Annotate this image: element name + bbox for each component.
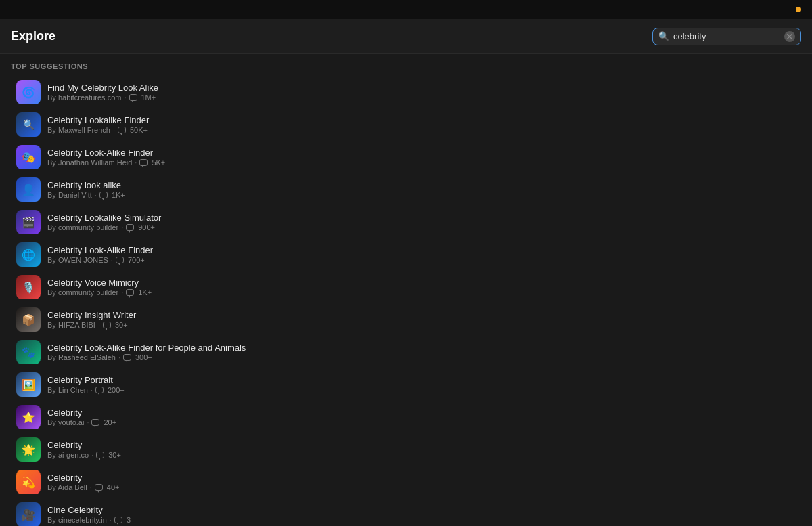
item-count: 700+ [128, 256, 145, 264]
page-title: Explore [11, 29, 55, 43]
item-meta: By community builder·1K+ [47, 288, 152, 297]
avatar: 🎥 [16, 502, 41, 526]
avatar: 🔍 [16, 112, 41, 137]
item-title: Celebrity Look-Alike Finder for People a… [47, 343, 246, 353]
title-bar [0, 0, 812, 19]
item-title: Celebrity [47, 408, 116, 418]
item-title: Celebrity Look-Alike Finder [47, 148, 165, 158]
list-item[interactable]: 💫CelebrityBy Aida Bell·40+ [11, 466, 801, 498]
item-count: 20+ [104, 418, 116, 426]
item-author: By Daniel Vitt [47, 191, 92, 199]
search-icon: 🔍 [658, 31, 669, 41]
header: Explore 🔍 ✕ [0, 19, 812, 54]
avatar: 🖼️ [16, 372, 41, 397]
search-box[interactable]: 🔍 ✕ [652, 28, 801, 45]
list-item[interactable]: 🌀Find My Celebrity Look AlikeBy habitcre… [11, 76, 801, 108]
item-count: 30+ [108, 451, 121, 459]
item-meta: By Daniel Vitt·1K+ [47, 191, 125, 199]
item-count: 1M+ [141, 93, 156, 102]
list-item[interactable]: 🌟CelebrityBy ai-gen.co·30+ [11, 433, 801, 466]
list-item[interactable]: 🎙️Celebrity Voice MimicryBy community bu… [11, 271, 801, 303]
avatar: 🐾 [16, 340, 41, 364]
item-author: By community builder [47, 288, 118, 297]
item-author: By Aida Bell [47, 483, 87, 491]
avatar: 🌐 [16, 242, 41, 267]
item-meta: By Maxwell French·50K+ [47, 126, 149, 134]
item-meta: By Lin Chen·200+ [47, 386, 125, 394]
item-author: By youto.ai [47, 418, 84, 426]
chat-icon [91, 419, 99, 426]
item-count: 300+ [135, 353, 152, 361]
list-item[interactable]: 🔍Celebrity Lookalike FinderBy Maxwell Fr… [11, 108, 801, 141]
item-count: 900+ [138, 223, 155, 232]
item-title: Cine Celebrity [47, 505, 131, 515]
chat-icon [126, 224, 134, 231]
item-title: Celebrity Voice Mimicry [47, 278, 152, 288]
item-count: 3 [127, 516, 131, 524]
item-meta: By Jonathan William Heid·5K+ [47, 158, 165, 167]
item-count: 1K+ [138, 288, 152, 297]
item-meta: By ai-gen.co·30+ [47, 451, 121, 459]
item-title: Celebrity look alike [47, 180, 125, 190]
list-item[interactable]: 🐾Celebrity Look-Alike Finder for People … [11, 336, 801, 368]
main-content: Top Suggestions 🌀Find My Celebrity Look … [0, 54, 812, 526]
list-item[interactable]: 🎬Celebrity Lookalike SimulatorBy communi… [11, 206, 801, 238]
item-count: 50K+ [130, 126, 148, 134]
item-count: 30+ [115, 321, 128, 329]
item-meta: By youto.ai·20+ [47, 418, 116, 426]
item-count: 5K+ [152, 158, 165, 167]
item-meta: By cinecelebrity.in·3 [47, 516, 131, 524]
list-item[interactable]: ⭐CelebrityBy youto.ai·20+ [11, 401, 801, 433]
list-item[interactable]: 📦Celebrity Insight WriterBy HIFZA BIBI·3… [11, 303, 801, 336]
item-title: Celebrity Lookalike Simulator [47, 213, 161, 223]
search-input[interactable] [673, 31, 784, 41]
chat-icon [118, 127, 126, 133]
item-author: By habitcreatures.com [47, 93, 121, 102]
item-author: By Rasheed ElSaleh [47, 353, 116, 361]
item-title: Celebrity Portrait [47, 375, 125, 385]
item-author: By Lin Chen [47, 386, 88, 394]
item-count: 1K+ [112, 191, 125, 199]
list-item[interactable]: 🎥Cine CelebrityBy cinecelebrity.in·3 [11, 498, 801, 526]
item-title: Celebrity Lookalike Finder [47, 115, 149, 125]
avatar: 🌀 [16, 80, 41, 104]
list-item[interactable]: 🎭Celebrity Look-Alike FinderBy Jonathan … [11, 141, 801, 173]
avatar: 📦 [16, 307, 41, 332]
chat-icon [95, 387, 104, 393]
item-title: Find My Celebrity Look Alike [47, 83, 158, 93]
avatar: 💫 [16, 470, 41, 494]
item-author: By community builder [47, 223, 118, 232]
chat-icon [129, 94, 137, 101]
item-title: Celebrity Look-Alike Finder [47, 245, 153, 255]
avatar: ⭐ [16, 405, 41, 429]
chat-icon [116, 257, 124, 263]
item-author: By Maxwell French [47, 126, 110, 134]
chat-icon [95, 484, 103, 491]
avatar: 🎙️ [16, 275, 41, 299]
avatar: 🎭 [16, 145, 41, 169]
avatar: 🎬 [16, 210, 41, 234]
item-meta: By Rasheed ElSaleh·300+ [47, 353, 246, 361]
item-author: By cinecelebrity.in [47, 516, 107, 524]
suggestions-list: 🌀Find My Celebrity Look AlikeBy habitcre… [11, 76, 801, 526]
item-author: By HIFZA BIBI [47, 321, 95, 329]
list-item[interactable]: 🖼️Celebrity PortraitBy Lin Chen·200+ [11, 368, 801, 401]
item-meta: By HIFZA BIBI·30+ [47, 321, 136, 329]
avatar: 🌟 [16, 437, 41, 462]
item-count: 200+ [108, 386, 125, 394]
item-meta: By OWEN JONES·700+ [47, 256, 153, 264]
item-author: By Jonathan William Heid [47, 158, 132, 167]
chat-icon [114, 517, 122, 523]
item-title: Celebrity [47, 440, 121, 450]
item-author: By ai-gen.co [47, 451, 89, 459]
chat-icon [126, 289, 134, 296]
avatar: 👤 [16, 177, 41, 202]
item-meta: By habitcreatures.com·1M+ [47, 93, 158, 102]
list-item[interactable]: 👤Celebrity look alikeBy Daniel Vitt·1K+ [11, 173, 801, 206]
chat-icon [99, 192, 108, 198]
chat-icon [103, 322, 111, 328]
list-item[interactable]: 🌐Celebrity Look-Alike FinderBy OWEN JONE… [11, 238, 801, 271]
item-count: 40+ [107, 483, 120, 491]
item-title: Celebrity Insight Writer [47, 310, 136, 320]
search-clear-button[interactable]: ✕ [784, 31, 795, 42]
